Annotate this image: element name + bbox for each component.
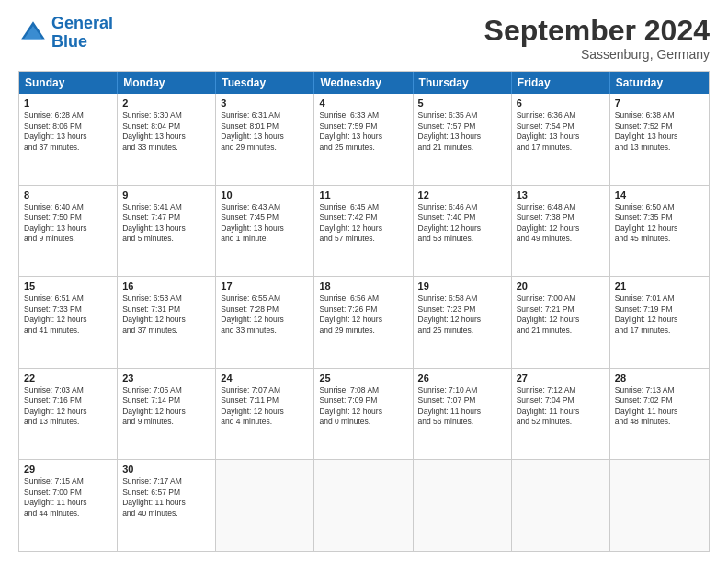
cal-cell: 21Sunrise: 7:01 AMSunset: 7:19 PMDayligh… [610, 277, 709, 368]
cal-cell: 8Sunrise: 6:40 AMSunset: 7:50 PMDaylight… [19, 186, 118, 277]
cal-cell: 30Sunrise: 7:17 AMSunset: 6:57 PMDayligh… [118, 460, 216, 551]
day-number: 3 [221, 98, 309, 109]
title-block: September 2024 Sassenburg, Germany [484, 15, 710, 62]
day-number: 10 [221, 190, 309, 201]
cal-cell: 16Sunrise: 6:53 AMSunset: 7:31 PMDayligh… [118, 277, 216, 368]
cal-cell: 3Sunrise: 6:31 AMSunset: 8:01 PMDaylight… [216, 94, 314, 185]
day-info: Sunrise: 6:41 AMSunset: 7:47 PMDaylight:… [122, 202, 210, 245]
day-number: 14 [615, 190, 704, 201]
cal-header-day-tuesday: Tuesday [216, 72, 314, 94]
day-number: 7 [615, 98, 704, 109]
logo-text: General Blue [51, 15, 113, 52]
cal-cell: 2Sunrise: 6:30 AMSunset: 8:04 PMDaylight… [118, 94, 216, 185]
day-info: Sunrise: 6:31 AMSunset: 8:01 PMDaylight:… [221, 110, 309, 153]
cal-header-day-friday: Friday [512, 72, 610, 94]
cal-cell: 28Sunrise: 7:13 AMSunset: 7:02 PMDayligh… [610, 369, 709, 460]
day-info: Sunrise: 6:33 AMSunset: 7:59 PMDaylight:… [319, 110, 407, 153]
day-info: Sunrise: 6:51 AMSunset: 7:33 PMDaylight:… [24, 293, 112, 336]
cal-header-day-sunday: Sunday [19, 72, 118, 94]
day-number: 2 [122, 98, 210, 109]
cal-cell: 29Sunrise: 7:15 AMSunset: 7:00 PMDayligh… [19, 460, 118, 551]
day-number: 19 [418, 281, 506, 292]
day-info: Sunrise: 6:53 AMSunset: 7:31 PMDaylight:… [122, 293, 210, 336]
day-info: Sunrise: 6:46 AMSunset: 7:40 PMDaylight:… [418, 202, 506, 245]
day-info: Sunrise: 6:36 AMSunset: 7:54 PMDaylight:… [517, 110, 605, 153]
day-info: Sunrise: 6:30 AMSunset: 8:04 PMDaylight:… [122, 110, 210, 153]
cal-cell: 23Sunrise: 7:05 AMSunset: 7:14 PMDayligh… [118, 369, 216, 460]
day-info: Sunrise: 7:05 AMSunset: 7:14 PMDaylight:… [122, 385, 210, 428]
day-number: 9 [122, 190, 210, 201]
cal-cell: 11Sunrise: 6:45 AMSunset: 7:42 PMDayligh… [314, 186, 413, 277]
day-info: Sunrise: 6:45 AMSunset: 7:42 PMDaylight:… [319, 202, 407, 245]
cal-cell: 1Sunrise: 6:28 AMSunset: 8:06 PMDaylight… [19, 94, 118, 185]
day-number: 27 [517, 373, 605, 384]
cal-cell [414, 460, 512, 551]
cal-header-day-monday: Monday [118, 72, 216, 94]
day-number: 18 [319, 281, 407, 292]
cal-row-5: 29Sunrise: 7:15 AMSunset: 7:00 PMDayligh… [19, 459, 709, 551]
day-info: Sunrise: 7:12 AMSunset: 7:04 PMDaylight:… [517, 385, 605, 428]
day-info: Sunrise: 7:03 AMSunset: 7:16 PMDaylight:… [24, 385, 112, 428]
cal-row-1: 1Sunrise: 6:28 AMSunset: 8:06 PMDaylight… [19, 94, 709, 185]
day-info: Sunrise: 7:07 AMSunset: 7:11 PMDaylight:… [221, 385, 309, 428]
day-info: Sunrise: 6:58 AMSunset: 7:23 PMDaylight:… [418, 293, 506, 336]
day-info: Sunrise: 6:56 AMSunset: 7:26 PMDaylight:… [319, 293, 407, 336]
calendar-body: 1Sunrise: 6:28 AMSunset: 8:06 PMDaylight… [19, 94, 709, 551]
day-info: Sunrise: 7:08 AMSunset: 7:09 PMDaylight:… [319, 385, 407, 428]
cal-header-day-thursday: Thursday [414, 72, 512, 94]
day-number: 17 [221, 281, 309, 292]
day-number: 26 [418, 373, 506, 384]
day-number: 6 [517, 98, 605, 109]
day-number: 28 [615, 373, 704, 384]
day-number: 30 [122, 464, 210, 475]
day-number: 5 [418, 98, 506, 109]
day-info: Sunrise: 6:40 AMSunset: 7:50 PMDaylight:… [24, 202, 112, 245]
cal-cell: 20Sunrise: 7:00 AMSunset: 7:21 PMDayligh… [512, 277, 610, 368]
day-number: 4 [319, 98, 407, 109]
day-number: 25 [319, 373, 407, 384]
cal-row-2: 8Sunrise: 6:40 AMSunset: 7:50 PMDaylight… [19, 185, 709, 277]
cal-cell: 24Sunrise: 7:07 AMSunset: 7:11 PMDayligh… [216, 369, 314, 460]
day-info: Sunrise: 7:00 AMSunset: 7:21 PMDaylight:… [517, 293, 605, 336]
day-number: 21 [615, 281, 704, 292]
day-number: 1 [24, 98, 112, 109]
day-info: Sunrise: 6:48 AMSunset: 7:38 PMDaylight:… [517, 202, 605, 245]
day-info: Sunrise: 7:13 AMSunset: 7:02 PMDaylight:… [615, 385, 704, 428]
cal-cell: 4Sunrise: 6:33 AMSunset: 7:59 PMDaylight… [314, 94, 413, 185]
cal-cell: 13Sunrise: 6:48 AMSunset: 7:38 PMDayligh… [512, 186, 610, 277]
cal-row-3: 15Sunrise: 6:51 AMSunset: 7:33 PMDayligh… [19, 276, 709, 368]
cal-cell: 12Sunrise: 6:46 AMSunset: 7:40 PMDayligh… [414, 186, 512, 277]
cal-cell: 5Sunrise: 6:35 AMSunset: 7:57 PMDaylight… [414, 94, 512, 185]
cal-cell [512, 460, 610, 551]
cal-cell [610, 460, 709, 551]
cal-cell: 19Sunrise: 6:58 AMSunset: 7:23 PMDayligh… [414, 277, 512, 368]
day-info: Sunrise: 7:01 AMSunset: 7:19 PMDaylight:… [615, 293, 704, 336]
cal-cell: 9Sunrise: 6:41 AMSunset: 7:47 PMDaylight… [118, 186, 216, 277]
cal-cell: 14Sunrise: 6:50 AMSunset: 7:35 PMDayligh… [610, 186, 709, 277]
cal-cell: 18Sunrise: 6:56 AMSunset: 7:26 PMDayligh… [314, 277, 413, 368]
cal-cell: 7Sunrise: 6:38 AMSunset: 7:52 PMDaylight… [610, 94, 709, 185]
day-info: Sunrise: 6:55 AMSunset: 7:28 PMDaylight:… [221, 293, 309, 336]
day-info: Sunrise: 7:10 AMSunset: 7:07 PMDaylight:… [418, 385, 506, 428]
cal-header-day-saturday: Saturday [610, 72, 709, 94]
day-info: Sunrise: 6:50 AMSunset: 7:35 PMDaylight:… [615, 202, 704, 245]
day-number: 22 [24, 373, 112, 384]
day-info: Sunrise: 6:35 AMSunset: 7:57 PMDaylight:… [418, 110, 506, 153]
day-number: 12 [418, 190, 506, 201]
day-number: 16 [122, 281, 210, 292]
day-number: 20 [517, 281, 605, 292]
day-number: 8 [24, 190, 112, 201]
day-number: 11 [319, 190, 407, 201]
cal-cell: 25Sunrise: 7:08 AMSunset: 7:09 PMDayligh… [314, 369, 413, 460]
month-title: September 2024 [484, 15, 710, 47]
cal-cell [216, 460, 314, 551]
logo: General Blue [18, 15, 113, 52]
day-info: Sunrise: 6:38 AMSunset: 7:52 PMDaylight:… [615, 110, 704, 153]
day-info: Sunrise: 6:43 AMSunset: 7:45 PMDaylight:… [221, 202, 309, 245]
cal-cell: 15Sunrise: 6:51 AMSunset: 7:33 PMDayligh… [19, 277, 118, 368]
day-number: 13 [517, 190, 605, 201]
day-number: 24 [221, 373, 309, 384]
cal-cell: 26Sunrise: 7:10 AMSunset: 7:07 PMDayligh… [414, 369, 512, 460]
header: General Blue September 2024 Sassenburg, … [18, 15, 710, 62]
cal-header-day-wednesday: Wednesday [314, 72, 413, 94]
